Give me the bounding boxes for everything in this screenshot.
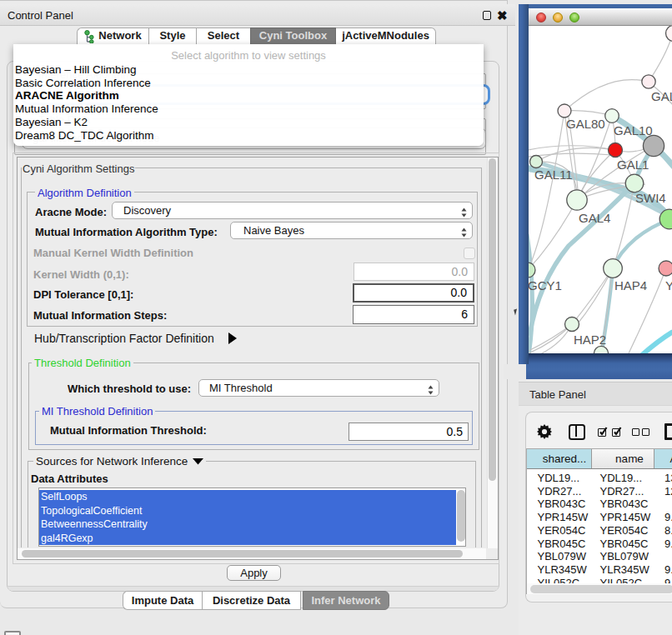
svg-text:GAL11: GAL11 xyxy=(534,168,573,182)
svg-text:GAL10: GAL10 xyxy=(614,123,653,138)
svg-text:SWI4: SWI4 xyxy=(635,191,666,205)
svg-text:GAL80: GAL80 xyxy=(566,117,605,131)
svg-text:HAP2: HAP2 xyxy=(574,332,606,347)
svg-text:GCY1: GCY1 xyxy=(529,278,562,292)
svg-text:Y: Y xyxy=(665,278,672,292)
svg-text:HAP4: HAP4 xyxy=(614,278,647,292)
svg-text:GAL1: GAL1 xyxy=(617,158,649,172)
svg-text:GAL4: GAL4 xyxy=(579,211,610,225)
svg-text:GAL: GAL xyxy=(651,89,672,103)
